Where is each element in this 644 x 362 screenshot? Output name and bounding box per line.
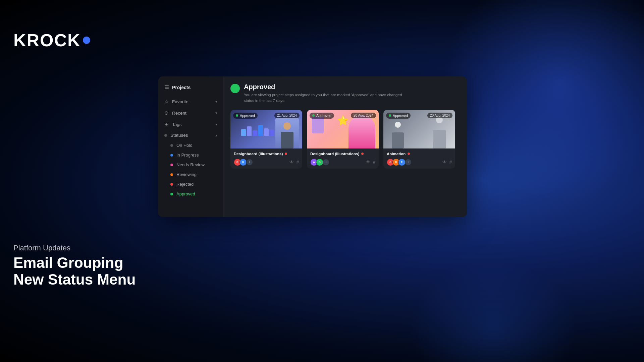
on-hold-label: On Hold: [176, 143, 193, 148]
sidebar-status-on-hold[interactable]: On Hold: [158, 140, 223, 150]
platform-updates-title: Email Grouping New Status Menu: [13, 254, 136, 288]
card-2-title: Designboard (Illustrations): [310, 152, 359, 156]
sidebar-recent-label: Recent: [172, 111, 186, 116]
card-2-badge-label: Approved: [316, 114, 331, 118]
card-2-footer: A B + 👁 #: [310, 159, 375, 166]
card-1-avatars: R K +: [234, 159, 253, 166]
avatar-4: B: [316, 159, 323, 166]
favorite-icon: ☆: [164, 99, 169, 105]
card-1-info: Designboard (Illustrations) R K + 👁: [230, 148, 302, 169]
logo-dot: [83, 37, 90, 44]
card-3-actions: 👁 #: [442, 160, 452, 165]
sidebar-status-in-progress[interactable]: In Progress: [158, 150, 223, 160]
card-1-image: Approved 21 Aug, 2024: [230, 110, 302, 148]
card-1-title: Designboard (Illustrations): [234, 152, 283, 156]
card-2-shape: [312, 117, 324, 133]
sidebar-item-statuses[interactable]: Statuses ▴: [158, 130, 223, 140]
card-1-actions: 👁 #: [289, 160, 299, 165]
approved-label: Approved: [176, 191, 195, 196]
in-progress-dot: [170, 154, 173, 157]
rejected-dot: [170, 183, 173, 186]
avatar-plus-3[interactable]: +: [405, 159, 412, 166]
logo-text: KROCK: [13, 30, 81, 50]
approved-section-description: You are viewing project steps assigned t…: [244, 92, 412, 104]
card-2-info: Designboard (Illustrations) A B + 👁: [307, 148, 379, 169]
main-panel: ☰ Projects ☆ Favorite ▾ ⊙ Recent ▾: [158, 76, 467, 217]
reviewing-dot: [170, 173, 173, 176]
eye-icon-2[interactable]: 👁: [366, 160, 370, 165]
card-1-badge-dot: [236, 114, 238, 117]
avatar-2: K: [239, 159, 247, 166]
card-3-info: Animation C D E + 👁: [383, 148, 455, 169]
eye-icon-1[interactable]: 👁: [289, 160, 294, 165]
chevron-down-icon-tags: ▾: [215, 122, 217, 127]
platform-line-2: New Status Menu: [13, 271, 136, 288]
card-3-avatars: C D E +: [387, 159, 412, 166]
sidebar-favorite-label: Favorite: [172, 99, 189, 104]
card-3-status-badge: Approved: [386, 113, 411, 119]
recent-icon: ⊙: [164, 110, 169, 116]
sidebar-statuses-label: Statuses: [170, 133, 188, 138]
card-1-status-badge: Approved: [233, 113, 258, 119]
cards-grid: Approved 21 Aug, 2024 Designboard (Illus…: [230, 110, 460, 169]
sidebar-status-rejected[interactable]: Rejected: [158, 179, 223, 189]
avatar-plus[interactable]: +: [246, 159, 253, 166]
card-3[interactable]: Approved 20 Aug, 2024 Animation C: [383, 110, 455, 169]
card-2-overlay: Approved 20 Aug, 2024: [310, 113, 376, 119]
card-3-figure2: [388, 120, 407, 148]
hash-icon-1[interactable]: #: [297, 160, 299, 165]
card-3-overlay: Approved 20 Aug, 2024: [386, 113, 452, 119]
sidebar-status-needs-review[interactable]: Needs Review: [158, 160, 223, 170]
rejected-label: Rejected: [176, 182, 194, 187]
card-1[interactable]: Approved 21 Aug, 2024 Designboard (Illus…: [230, 110, 302, 169]
card-2[interactable]: ⭐ Approved 20 Aug, 2024: [307, 110, 379, 169]
in-progress-label: In Progress: [176, 153, 199, 158]
card-1-title-dot: [285, 153, 287, 155]
card-2-title-dot: [361, 153, 364, 155]
card-3-badge-label: Approved: [393, 114, 408, 118]
card-2-image: ⭐ Approved 20 Aug, 2024: [307, 110, 379, 148]
sidebar: ☰ Projects ☆ Favorite ▾ ⊙ Recent ▾: [158, 76, 224, 217]
card-2-status-badge: Approved: [310, 113, 334, 119]
approved-dot: [170, 193, 173, 195]
card-3-footer: C D E + 👁 #: [387, 159, 452, 166]
card-1-overlay: Approved 21 Aug, 2024: [233, 113, 300, 119]
platform-updates: Platform Updates Email Grouping New Stat…: [13, 244, 136, 288]
hash-icon-3[interactable]: #: [449, 160, 452, 165]
logo: KROCK: [13, 30, 90, 50]
tags-icon: ⊞: [164, 121, 169, 127]
on-hold-dot: [170, 144, 173, 147]
chevron-up-icon: ▴: [215, 133, 217, 137]
platform-line-1: Email Grouping: [13, 254, 136, 272]
main-content: Approved You are viewing project steps a…: [224, 76, 467, 217]
card-3-figure: [428, 115, 450, 148]
approved-section-icon: [230, 84, 240, 93]
platform-updates-label: Platform Updates: [13, 244, 136, 252]
sidebar-projects-label: Projects: [172, 85, 191, 90]
sidebar-item-tags[interactable]: ⊞ Tags ▾: [158, 119, 223, 130]
avatar-plus-2[interactable]: +: [323, 159, 329, 166]
card-3-title-dot: [408, 153, 410, 155]
card-3-date: 20 Aug, 2024: [427, 113, 452, 118]
sidebar-item-favorite[interactable]: ☆ Favorite ▾: [158, 96, 223, 107]
card-2-badge-dot: [312, 114, 315, 117]
chevron-down-icon-recent: ▾: [215, 111, 217, 115]
needs-review-label: Needs Review: [176, 162, 205, 167]
avatar-7: E: [398, 159, 406, 166]
card-1-footer: R K + 👁 #: [234, 159, 299, 166]
hash-icon-2[interactable]: #: [373, 160, 375, 165]
card-1-badge-label: Approved: [240, 114, 255, 118]
sidebar-tags-label: Tags: [172, 122, 182, 127]
sidebar-item-recent[interactable]: ⊙ Recent ▾: [158, 107, 223, 119]
reviewing-label: Reviewing: [176, 172, 197, 177]
sidebar-status-reviewing[interactable]: Reviewing: [158, 170, 223, 179]
card-1-date: 21 Aug, 2024: [274, 113, 300, 118]
card-3-badge-dot: [389, 114, 391, 117]
card-1-person: [275, 118, 299, 148]
eye-icon-3[interactable]: 👁: [442, 160, 447, 165]
approved-header: Approved You are viewing project steps a…: [230, 83, 460, 104]
card-3-title: Animation: [387, 152, 406, 156]
card-3-image: Approved 20 Aug, 2024: [383, 110, 455, 148]
sidebar-status-approved[interactable]: Approved: [158, 189, 223, 199]
needs-review-dot: [170, 164, 173, 166]
